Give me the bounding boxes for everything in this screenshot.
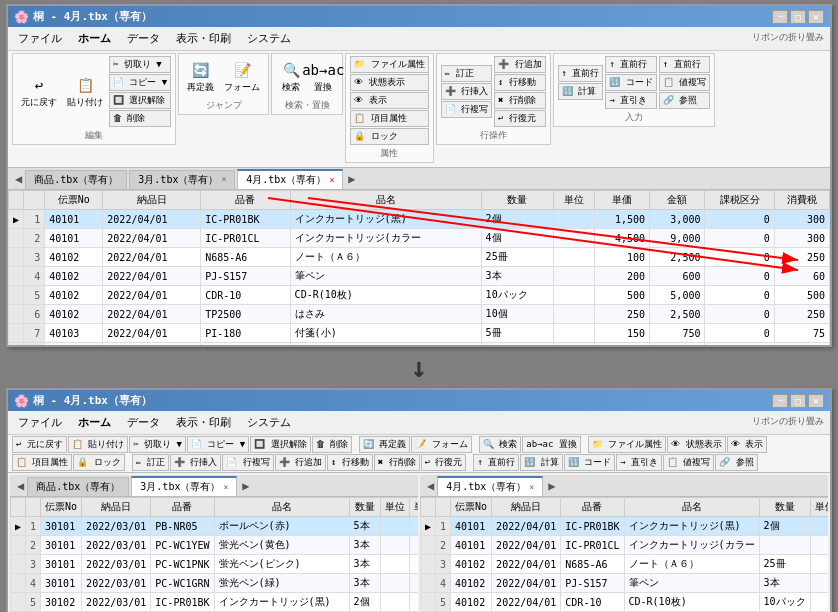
left-nav-right[interactable]: ▶	[239, 479, 252, 493]
btn-display[interactable]: 👁 表示	[350, 92, 428, 109]
btn-rdel-b[interactable]: ✖ 行削除	[374, 454, 420, 471]
left-nav-left[interactable]: ◀	[14, 479, 27, 493]
btn-form[interactable]: 📝 フォーム	[220, 56, 264, 97]
btn-rres-b[interactable]: ↩ 行復元	[421, 454, 467, 471]
top-table-row[interactable]: 7 40103 2022/04/01 PI-180 付箋(小) 5冊 150 7…	[9, 324, 830, 343]
close-april-right-icon[interactable]: ×	[529, 483, 534, 492]
btn-redef-b[interactable]: 🔄 再定義	[359, 436, 410, 453]
menu-file[interactable]: ファイル	[12, 29, 68, 48]
left-table-row[interactable]: ▶ 1 30101 2022/03/01 PB-NR05 ボールペン(赤) 5本	[11, 517, 419, 536]
close-btn[interactable]: ×	[808, 10, 824, 24]
right-table-row[interactable]: 4 40102 2022/04/01 PJ-S157 筆ペン 3本	[421, 574, 829, 593]
btn-code-b[interactable]: 🔢 コード	[564, 454, 615, 471]
btn-corr-b[interactable]: ✏ 訂正	[132, 454, 169, 471]
btn-prev1-b[interactable]: ↑ 直前行	[473, 454, 519, 471]
btn-calc-b[interactable]: 🔢 計算	[520, 454, 562, 471]
top-data-grid-wrapper[interactable]: 伝票No 納品日 品番 品名 数量 単位 単価 金額 課税区分 消費税	[8, 190, 830, 345]
btn-prev-row[interactable]: ↑ 直前行	[558, 65, 604, 82]
close-march-left-icon[interactable]: ×	[223, 483, 228, 492]
right-table-row[interactable]: 2 40101 2022/04/01 IC-PR01CL インクカートリッジ(カ…	[421, 536, 829, 555]
menu-system[interactable]: システム	[241, 29, 297, 48]
top-table-row[interactable]: 6 40102 2022/04/01 TP2500 はさみ 10個 250 2,…	[9, 305, 830, 324]
btn-rcpy-b[interactable]: 📄 行複写	[222, 454, 273, 471]
btn-prev-row3[interactable]: ↑ 直前行	[659, 56, 710, 73]
btn-disp-b[interactable]: 👁 表示	[727, 436, 767, 453]
btn-item-attr[interactable]: 📋 項目属性	[350, 110, 428, 127]
minimize-btn-bottom[interactable]: －	[772, 394, 788, 408]
menu-file-b[interactable]: ファイル	[12, 413, 68, 432]
btn-cut[interactable]: ✂ 切取り ▼	[109, 56, 171, 73]
left-table-row[interactable]: 3 30101 2022/03/01 PC-WC1PNK 蛍光ペン(ピンク) 3…	[11, 555, 419, 574]
btn-row-add[interactable]: ➕ 行追加	[494, 56, 545, 73]
menu-home[interactable]: ホーム	[72, 29, 117, 48]
top-table-row[interactable]: ▶ 1 40101 2022/04/01 IC-PR01BK インクカートリッジ…	[9, 210, 830, 229]
ribbon-fold-btn-b[interactable]: リボンの折り畳み	[750, 413, 826, 432]
btn-radd-b[interactable]: ➕ 行追加	[275, 454, 326, 471]
btn-del-b[interactable]: 🗑 削除	[312, 436, 352, 453]
tab-march[interactable]: 3月.tbx（専有） ×	[129, 170, 235, 189]
top-table-row[interactable]: 8 40103 2022/04/01 IC-PR01BK インクカートリッジ(黒…	[9, 343, 830, 346]
btn-dir-b[interactable]: → 直引き	[616, 454, 662, 471]
maximize-btn-bottom[interactable]: □	[790, 394, 806, 408]
right-grid-wrapper[interactable]: 伝票No 納品日 品番 品名 数量 単位 単 ▶ 1 40101 2	[420, 497, 828, 612]
btn-paste-b[interactable]: 📋 貼り付け	[68, 436, 128, 453]
btn-prev-row2[interactable]: ↑ 直前行	[605, 56, 656, 73]
btn-copy[interactable]: 📄 コピー ▼	[109, 74, 171, 91]
btn-direct[interactable]: → 直引き	[605, 92, 656, 109]
btn-lock[interactable]: 🔒 ロック	[350, 128, 428, 145]
btn-ref-b[interactable]: 🔗 参照	[715, 454, 757, 471]
menu-view-b[interactable]: 表示・印刷	[170, 413, 237, 432]
btn-cut-b[interactable]: ✂ 切取り ▼	[129, 436, 186, 453]
maximize-btn[interactable]: □	[790, 10, 806, 24]
close-april-icon[interactable]: ×	[329, 176, 334, 185]
btn-row-restore[interactable]: ↩ 行復元	[494, 110, 545, 127]
btn-form-b[interactable]: 📝 フォーム	[411, 436, 471, 453]
btn-undo-b[interactable]: ↩ 元に戻す	[12, 436, 67, 453]
left-table-row[interactable]: 5 30102 2022/03/01 IC-PR01BK インクカートリッジ(黒…	[11, 593, 419, 612]
btn-replace-b[interactable]: ab→ac 置換	[522, 436, 581, 453]
menu-view[interactable]: 表示・印刷	[170, 29, 237, 48]
tab-nav-right[interactable]: ▶	[345, 172, 358, 186]
left-grid-wrapper[interactable]: 伝票No 納品日 品番 品名 数量 単位 単 ▶ 1 30101 2	[10, 497, 418, 612]
btn-calc[interactable]: 🔢 計算	[558, 83, 604, 100]
close-march-icon[interactable]: ×	[221, 175, 226, 184]
menu-home-b[interactable]: ホーム	[72, 413, 117, 432]
btn-vcpy-b[interactable]: 📋 値複写	[663, 454, 714, 471]
left-table-row[interactable]: 4 30101 2022/03/01 PC-WC1GRN 蛍光ペン(緑) 3本	[11, 574, 419, 593]
btn-delete[interactable]: 🗑 削除	[109, 110, 171, 127]
menu-system-b[interactable]: システム	[241, 413, 297, 432]
btn-deselect[interactable]: 🔲 選択解除	[109, 92, 171, 109]
btn-file-attr[interactable]: 📁 ファイル属性	[350, 56, 428, 73]
btn-search-b[interactable]: 🔍 検索	[479, 436, 521, 453]
btn-desel-b[interactable]: 🔲 選択解除	[250, 436, 310, 453]
left-table-row[interactable]: 2 30101 2022/03/01 PC-WC1YEW 蛍光ペン(黄色) 3本	[11, 536, 419, 555]
right-nav-left[interactable]: ◀	[424, 479, 437, 493]
btn-row-del[interactable]: ✖ 行削除	[494, 92, 545, 109]
right-table-row[interactable]: 5 40102 2022/04/01 CDR-10 CD-R(10枚) 10パッ…	[421, 593, 829, 612]
tab-nav-left[interactable]: ◀	[12, 172, 25, 186]
btn-status-b[interactable]: 👁 状態表示	[667, 436, 725, 453]
top-table-row[interactable]: 3 40102 2022/04/01 N685-A6 ノート（Ａ６） 25冊 1…	[9, 248, 830, 267]
btn-ref[interactable]: 🔗 参照	[659, 92, 710, 109]
btn-fattr-b[interactable]: 📁 ファイル属性	[588, 436, 666, 453]
btn-code[interactable]: 🔢 コード	[605, 74, 656, 91]
minimize-btn[interactable]: －	[772, 10, 788, 24]
tab-shohin[interactable]: 商品.tbx（専有）	[25, 170, 127, 189]
btn-row-insert[interactable]: ➕ 行挿入	[441, 83, 492, 100]
top-table-row[interactable]: 4 40102 2022/04/01 PJ-S157 筆ペン 3本 200 60…	[9, 267, 830, 286]
right-tab-april[interactable]: 4月.tbx（専有） ×	[437, 476, 543, 496]
btn-lock-b[interactable]: 🔒 ロック	[73, 454, 124, 471]
right-nav-right[interactable]: ▶	[545, 479, 558, 493]
close-btn-bottom[interactable]: ×	[808, 394, 824, 408]
right-table-row[interactable]: 3 40102 2022/04/01 N685-A6 ノート（Ａ６） 25冊	[421, 555, 829, 574]
ribbon-fold-btn[interactable]: リボンの折り畳み	[750, 29, 826, 48]
btn-copy-b[interactable]: 📄 コピー ▼	[187, 436, 249, 453]
btn-paste[interactable]: 📋 貼り付け	[63, 71, 107, 112]
btn-replace[interactable]: ab→ac 置換	[308, 56, 338, 97]
btn-correct[interactable]: ✏ 訂正	[441, 65, 492, 82]
btn-val-copy[interactable]: 📋 値複写	[659, 74, 710, 91]
btn-redefine[interactable]: 🔄 再定義	[183, 56, 218, 97]
left-tab-shohin[interactable]: 商品.tbx（専有）	[27, 477, 129, 496]
btn-iattr-b[interactable]: 📋 項目属性	[12, 454, 72, 471]
tab-april[interactable]: 4月.tbx（専有） ×	[237, 169, 343, 189]
